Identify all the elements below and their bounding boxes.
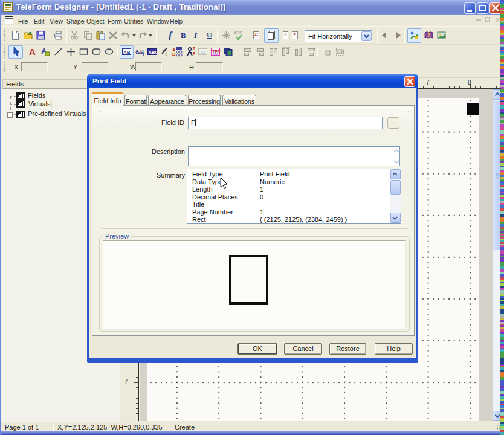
svg-text:TET: TET xyxy=(212,50,221,54)
svg-text:T: T xyxy=(193,47,195,51)
svg-text:1:: 1: xyxy=(254,32,258,36)
svg-text:A,B: A,B xyxy=(135,48,144,54)
svg-text:F: F xyxy=(193,51,195,56)
svg-text:A: A xyxy=(29,47,36,57)
svg-text:I: I xyxy=(193,31,198,40)
svg-text:f: f xyxy=(169,30,173,40)
svg-text:2:: 2: xyxy=(293,33,297,37)
svg-text:ABC: ABC xyxy=(149,50,158,55)
svg-text:U: U xyxy=(207,31,212,39)
svg-text:B: B xyxy=(172,51,176,57)
svg-text:B: B xyxy=(181,31,186,40)
svg-text:?: ? xyxy=(427,32,431,38)
svg-text:AB: AB xyxy=(123,50,131,55)
svg-text:ID: ID xyxy=(201,50,205,55)
svg-text:ABC: ABC xyxy=(234,31,242,35)
